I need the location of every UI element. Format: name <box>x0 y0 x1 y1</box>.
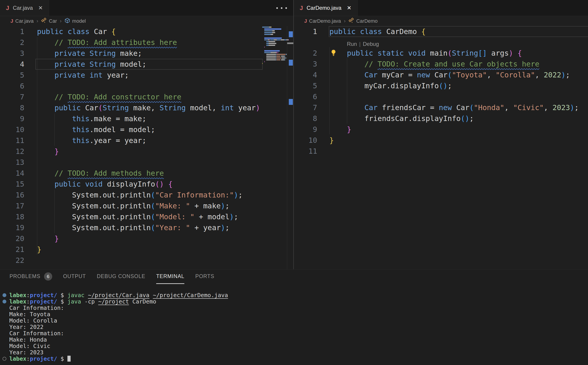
code-editor-cardemo-java[interactable]: 1public class CarDemo {Run|Debug2 public… <box>294 26 588 269</box>
tab-cardemo-java[interactable]: J CarDemo.java ✕ <box>294 0 357 16</box>
code-line-content: } <box>24 244 41 255</box>
minimap-line <box>269 45 275 46</box>
code-token: ; <box>225 202 229 210</box>
terminal-text <box>149 292 153 298</box>
code-line-content: private int year; <box>24 70 129 81</box>
codelens-run[interactable]: Run <box>347 41 357 47</box>
breadcrumb-item[interactable]: Car <box>41 18 57 25</box>
panel-tab-debug-console[interactable]: DEBUG CONSOLE <box>97 269 145 284</box>
code-token: ( <box>98 104 103 112</box>
code-line-content: this.make = make; <box>24 113 147 124</box>
more-actions-icon[interactable] <box>276 0 287 16</box>
line-number: 2 <box>294 48 317 59</box>
panel-tab-label: PORTS <box>195 273 214 280</box>
panel-tab-problems[interactable]: PROBLEMS6 <box>10 269 52 284</box>
code-token <box>37 49 55 58</box>
code-token: // <box>364 60 378 68</box>
code-token: ) <box>234 191 238 199</box>
terminal-link[interactable]: ~/project/Car.java <box>88 292 149 298</box>
minimap-line <box>286 54 287 55</box>
code-token: ) <box>221 223 225 232</box>
code-token: // <box>55 38 68 47</box>
tab-car-java[interactable]: J Car.java ✕ <box>0 0 49 16</box>
symbol-class-icon <box>41 18 47 25</box>
code-line-content: this.year = year; <box>24 135 147 146</box>
code-line: 11 this.year = year; <box>0 135 293 146</box>
breadcrumb-label: CarDemo <box>356 18 378 24</box>
breadcrumb-item[interactable]: JCar.java <box>10 18 34 24</box>
breadcrumb-item[interactable]: model <box>64 18 86 25</box>
panel-tab-label: TERMINAL <box>156 273 184 280</box>
panel-tab-ports[interactable]: PORTS <box>195 269 214 284</box>
terminal[interactable]: labex:project/ $ javac ~/project/Car.jav… <box>0 292 588 362</box>
terminal-link[interactable]: ~/project <box>98 298 129 305</box>
code-line: 7 // TODO: Add constructor here <box>0 91 293 102</box>
panel-tab-label: PROBLEMS <box>10 273 40 280</box>
code-line-content: // TODO: Create and use Car objects here <box>317 59 539 70</box>
line-number: 11 <box>294 146 317 157</box>
breadcrumb-item[interactable]: JCarDemo.java <box>304 18 341 24</box>
close-icon[interactable]: ✕ <box>38 5 43 11</box>
terminal-text: CarDemo <box>129 298 156 305</box>
terminal-text: Year: 2022 <box>9 324 44 330</box>
terminal-text: labex <box>9 292 26 298</box>
minimap-line <box>281 57 285 59</box>
line-number: 8 <box>294 113 317 124</box>
terminal-line: Year: 2023 <box>0 349 588 356</box>
code-line-content: } <box>317 124 351 135</box>
minimap-line <box>276 54 286 55</box>
code-token: System.out.println <box>37 202 151 210</box>
code-token: String <box>90 49 120 58</box>
code-token: System.out.println <box>37 212 151 221</box>
code-token <box>37 136 72 145</box>
lightbulb-icon[interactable] <box>330 49 337 56</box>
line-number: 3 <box>294 59 317 70</box>
code-token: "Car Information:" <box>155 191 234 199</box>
line-number: 11 <box>0 135 24 146</box>
minimap-line <box>269 43 277 44</box>
code-token: private <box>55 49 90 58</box>
code-editor-car-java[interactable]: 1public class Car {2 // TODO: Add attrib… <box>0 26 293 269</box>
code-token: () <box>439 82 448 90</box>
minimap-line <box>264 52 268 53</box>
editor-area: J Car.java ✕ JCar.java›Car›model 1public… <box>0 0 588 269</box>
minimap-line <box>269 34 271 35</box>
terminal-line: labex:project/ $ java -cp ~/project CarD… <box>0 298 588 305</box>
line-number: 19 <box>0 222 24 233</box>
breadcrumb-item[interactable]: CarDemo <box>349 18 378 25</box>
minimap-line <box>264 47 265 48</box>
line-number: 12 <box>0 146 24 157</box>
code-token: void <box>85 180 107 188</box>
minimap-line <box>281 39 284 40</box>
minimap-line <box>278 52 278 53</box>
code-line: 3 // TODO: Create and use Car objects he… <box>294 59 588 70</box>
code-line-content <box>24 157 37 168</box>
code-token: System.out.println <box>37 191 151 199</box>
code-token <box>37 125 72 134</box>
overview-ruler[interactable] <box>287 26 293 269</box>
code-token: } <box>55 147 59 156</box>
panel-tab-output[interactable]: OUTPUT <box>63 269 86 284</box>
line-number: 6 <box>294 91 317 102</box>
minimap-line <box>271 34 273 35</box>
code-token <box>329 103 364 112</box>
terminal-link[interactable]: ~/project/CarDemo.java <box>153 292 228 298</box>
code-token: ; <box>448 82 452 90</box>
terminal-line: Car Information: <box>0 330 588 337</box>
line-number: 1 <box>294 26 317 37</box>
code-token: private <box>55 60 90 69</box>
line-number: 5 <box>0 70 24 81</box>
minimap-highlight <box>264 28 281 30</box>
codelens-debug[interactable]: Debug <box>363 41 379 47</box>
minimap-line <box>269 27 271 28</box>
panel-tab-terminal[interactable]: TERMINAL <box>156 269 184 284</box>
prompt-bullet-icon <box>2 300 6 303</box>
code-line: 2 // TODO: Add attributes here <box>0 37 293 48</box>
close-icon[interactable]: ✕ <box>347 5 351 11</box>
code-token: ( <box>448 49 452 57</box>
minimap-line <box>264 39 268 40</box>
minimap[interactable] <box>262 26 287 71</box>
code-token: + model <box>195 212 230 221</box>
terminal-text: -cp <box>81 298 98 305</box>
code-token: , <box>487 70 496 79</box>
